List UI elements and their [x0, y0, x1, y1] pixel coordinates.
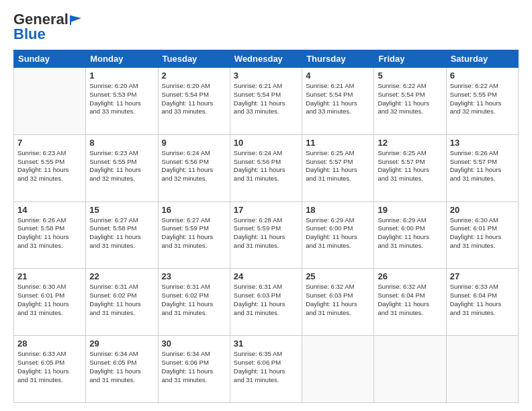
page: General Blue SundayMondayTuesdayWednesda…	[0, 0, 532, 411]
calendar-cell: 24Sunrise: 6:31 AM Sunset: 6:03 PM Dayli…	[230, 269, 302, 336]
calendar-cell: 22Sunrise: 6:31 AM Sunset: 6:02 PM Dayli…	[86, 269, 158, 336]
calendar-cell: 25Sunrise: 6:32 AM Sunset: 6:03 PM Dayli…	[302, 269, 374, 336]
day-info: Sunrise: 6:21 AM Sunset: 5:54 PM Dayligh…	[234, 82, 298, 116]
day-number: 15	[89, 205, 154, 215]
day-info: Sunrise: 6:31 AM Sunset: 6:03 PM Dayligh…	[234, 283, 298, 317]
calendar-cell: 10Sunrise: 6:24 AM Sunset: 5:56 PM Dayli…	[230, 134, 302, 201]
day-number: 1	[89, 71, 154, 81]
day-number: 25	[306, 271, 370, 281]
day-number: 26	[378, 271, 442, 281]
day-number: 9	[162, 138, 226, 148]
day-info: Sunrise: 6:26 AM Sunset: 5:58 PM Dayligh…	[17, 216, 82, 250]
day-number: 12	[378, 138, 442, 148]
calendar-cell: 8Sunrise: 6:23 AM Sunset: 5:55 PM Daylig…	[86, 134, 158, 201]
day-info: Sunrise: 6:22 AM Sunset: 5:54 PM Dayligh…	[378, 82, 442, 116]
weekday-header-cell: Friday	[374, 50, 446, 68]
calendar-cell: 3Sunrise: 6:21 AM Sunset: 5:54 PM Daylig…	[230, 68, 302, 135]
day-number: 13	[450, 138, 515, 148]
day-info: Sunrise: 6:31 AM Sunset: 6:02 PM Dayligh…	[89, 283, 154, 317]
day-info: Sunrise: 6:31 AM Sunset: 6:02 PM Dayligh…	[162, 283, 226, 317]
day-info: Sunrise: 6:23 AM Sunset: 5:55 PM Dayligh…	[17, 149, 82, 183]
calendar-body: 1Sunrise: 6:20 AM Sunset: 5:53 PM Daylig…	[14, 68, 519, 403]
calendar-cell: 31Sunrise: 6:35 AM Sunset: 6:06 PM Dayli…	[230, 336, 302, 403]
weekday-header-cell: Tuesday	[158, 50, 230, 68]
logo-blue-text: Blue	[13, 26, 46, 43]
weekday-header-row: SundayMondayTuesdayWednesdayThursdayFrid…	[14, 50, 519, 68]
calendar-cell: 23Sunrise: 6:31 AM Sunset: 6:02 PM Dayli…	[158, 269, 230, 336]
day-number: 27	[450, 271, 515, 281]
day-number: 21	[17, 271, 82, 281]
day-number: 3	[234, 71, 298, 81]
calendar-week-row: 21Sunrise: 6:30 AM Sunset: 6:01 PM Dayli…	[14, 269, 519, 336]
calendar-cell	[374, 336, 446, 403]
day-number: 7	[17, 138, 82, 148]
day-info: Sunrise: 6:28 AM Sunset: 5:59 PM Dayligh…	[234, 216, 298, 250]
day-info: Sunrise: 6:20 AM Sunset: 5:54 PM Dayligh…	[162, 82, 226, 116]
day-info: Sunrise: 6:33 AM Sunset: 6:04 PM Dayligh…	[450, 283, 515, 317]
day-number: 19	[378, 205, 442, 215]
calendar-cell: 12Sunrise: 6:25 AM Sunset: 5:57 PM Dayli…	[374, 134, 446, 201]
calendar-cell: 11Sunrise: 6:25 AM Sunset: 5:57 PM Dayli…	[302, 134, 374, 201]
day-number: 5	[378, 71, 442, 81]
calendar-cell: 30Sunrise: 6:34 AM Sunset: 6:06 PM Dayli…	[158, 336, 230, 403]
calendar-cell: 4Sunrise: 6:21 AM Sunset: 5:54 PM Daylig…	[302, 68, 374, 135]
day-number: 30	[162, 338, 226, 349]
weekday-header-cell: Saturday	[446, 50, 518, 68]
day-number: 31	[234, 338, 298, 349]
calendar-cell: 27Sunrise: 6:33 AM Sunset: 6:04 PM Dayli…	[446, 269, 518, 336]
day-info: Sunrise: 6:24 AM Sunset: 5:56 PM Dayligh…	[234, 149, 298, 183]
calendar-cell: 6Sunrise: 6:22 AM Sunset: 5:55 PM Daylig…	[446, 68, 518, 135]
day-info: Sunrise: 6:30 AM Sunset: 6:01 PM Dayligh…	[450, 216, 515, 250]
calendar-week-row: 7Sunrise: 6:23 AM Sunset: 5:55 PM Daylig…	[14, 134, 519, 201]
calendar-cell	[446, 336, 518, 403]
day-info: Sunrise: 6:26 AM Sunset: 5:57 PM Dayligh…	[450, 149, 515, 183]
day-number: 2	[162, 71, 226, 81]
svg-marker-0	[71, 15, 81, 22]
calendar-week-row: 14Sunrise: 6:26 AM Sunset: 5:58 PM Dayli…	[14, 201, 519, 269]
logo-flag-icon	[69, 14, 84, 26]
day-info: Sunrise: 6:33 AM Sunset: 6:05 PM Dayligh…	[17, 350, 82, 384]
day-info: Sunrise: 6:29 AM Sunset: 6:00 PM Dayligh…	[378, 216, 442, 250]
calendar-cell: 13Sunrise: 6:26 AM Sunset: 5:57 PM Dayli…	[446, 134, 518, 201]
header: General Blue	[13, 11, 519, 43]
calendar-cell: 21Sunrise: 6:30 AM Sunset: 6:01 PM Dayli…	[14, 269, 86, 336]
calendar-cell: 29Sunrise: 6:34 AM Sunset: 6:05 PM Dayli…	[86, 336, 158, 403]
day-info: Sunrise: 6:27 AM Sunset: 5:59 PM Dayligh…	[162, 216, 226, 250]
calendar-cell: 5Sunrise: 6:22 AM Sunset: 5:54 PM Daylig…	[374, 68, 446, 135]
calendar-cell: 19Sunrise: 6:29 AM Sunset: 6:00 PM Dayli…	[374, 201, 446, 269]
day-info: Sunrise: 6:30 AM Sunset: 6:01 PM Dayligh…	[17, 283, 82, 317]
day-number: 28	[17, 338, 82, 349]
day-number: 6	[450, 71, 515, 81]
day-number: 8	[89, 138, 154, 148]
day-number: 17	[234, 205, 298, 215]
calendar-cell: 14Sunrise: 6:26 AM Sunset: 5:58 PM Dayli…	[14, 201, 86, 269]
weekday-header-cell: Sunday	[14, 50, 86, 68]
calendar-cell: 2Sunrise: 6:20 AM Sunset: 5:54 PM Daylig…	[158, 68, 230, 135]
day-info: Sunrise: 6:32 AM Sunset: 6:03 PM Dayligh…	[306, 283, 370, 317]
calendar-cell: 16Sunrise: 6:27 AM Sunset: 5:59 PM Dayli…	[158, 201, 230, 269]
weekday-header-cell: Monday	[86, 50, 158, 68]
day-number: 14	[17, 205, 82, 215]
calendar-cell: 20Sunrise: 6:30 AM Sunset: 6:01 PM Dayli…	[446, 201, 518, 269]
calendar-cell	[14, 68, 86, 135]
day-number: 23	[162, 271, 226, 281]
day-info: Sunrise: 6:32 AM Sunset: 6:04 PM Dayligh…	[378, 283, 442, 317]
day-info: Sunrise: 6:21 AM Sunset: 5:54 PM Dayligh…	[306, 82, 370, 116]
day-number: 20	[450, 205, 515, 215]
day-info: Sunrise: 6:22 AM Sunset: 5:55 PM Dayligh…	[450, 82, 515, 116]
day-info: Sunrise: 6:34 AM Sunset: 6:05 PM Dayligh…	[89, 350, 154, 384]
day-info: Sunrise: 6:34 AM Sunset: 6:06 PM Dayligh…	[162, 350, 226, 384]
calendar-cell: 1Sunrise: 6:20 AM Sunset: 5:53 PM Daylig…	[86, 68, 158, 135]
day-info: Sunrise: 6:29 AM Sunset: 6:00 PM Dayligh…	[306, 216, 370, 250]
day-info: Sunrise: 6:25 AM Sunset: 5:57 PM Dayligh…	[306, 149, 370, 183]
day-number: 24	[234, 271, 298, 281]
day-number: 16	[162, 205, 226, 215]
calendar-cell: 28Sunrise: 6:33 AM Sunset: 6:05 PM Dayli…	[14, 336, 86, 403]
calendar-cell	[302, 336, 374, 403]
day-number: 22	[89, 271, 154, 281]
calendar-cell: 15Sunrise: 6:27 AM Sunset: 5:58 PM Dayli…	[86, 201, 158, 269]
day-number: 10	[234, 138, 298, 148]
day-number: 4	[306, 71, 370, 81]
calendar-cell: 7Sunrise: 6:23 AM Sunset: 5:55 PM Daylig…	[14, 134, 86, 201]
day-number: 18	[306, 205, 370, 215]
